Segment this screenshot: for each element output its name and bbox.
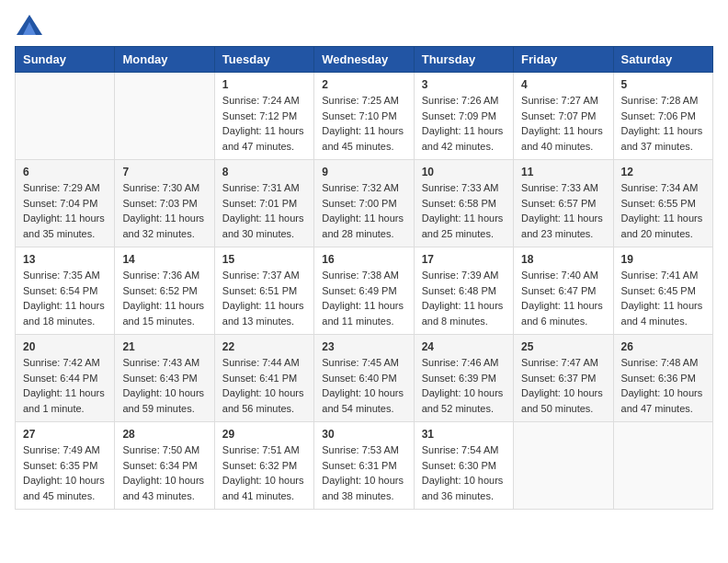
calendar-cell: 10Sunrise: 7:33 AM Sunset: 6:58 PM Dayli…	[414, 160, 513, 247]
calendar-cell: 28Sunrise: 7:50 AM Sunset: 6:34 PM Dayli…	[115, 422, 214, 510]
day-info: Sunrise: 7:40 AM Sunset: 6:47 PM Dayligh…	[521, 268, 605, 328]
day-info: Sunrise: 7:41 AM Sunset: 6:45 PM Dayligh…	[621, 268, 705, 328]
calendar-cell: 6Sunrise: 7:29 AM Sunset: 7:04 PM Daylig…	[16, 160, 115, 247]
weekday-header-tuesday: Tuesday	[214, 47, 313, 73]
calendar-cell: 9Sunrise: 7:32 AM Sunset: 7:00 PM Daylig…	[314, 160, 414, 247]
calendar-cell: 3Sunrise: 7:26 AM Sunset: 7:09 PM Daylig…	[414, 73, 513, 160]
day-number: 24	[422, 340, 506, 353]
calendar-cell: 30Sunrise: 7:53 AM Sunset: 6:31 PM Dayli…	[314, 422, 414, 510]
calendar-header-row: SundayMondayTuesdayWednesdayThursdayFrid…	[16, 47, 713, 73]
day-number: 15	[222, 253, 306, 266]
calendar-cell: 24Sunrise: 7:46 AM Sunset: 6:39 PM Dayli…	[414, 335, 513, 422]
day-info: Sunrise: 7:28 AM Sunset: 7:06 PM Dayligh…	[621, 93, 705, 154]
day-info: Sunrise: 7:27 AM Sunset: 7:07 PM Dayligh…	[521, 93, 605, 154]
calendar-cell: 16Sunrise: 7:38 AM Sunset: 6:49 PM Dayli…	[314, 247, 414, 335]
day-info: Sunrise: 7:43 AM Sunset: 6:43 PM Dayligh…	[122, 355, 206, 416]
page-header	[15, 15, 713, 35]
day-number: 5	[621, 78, 705, 91]
calendar-week-5: 27Sunrise: 7:49 AM Sunset: 6:35 PM Dayli…	[16, 422, 713, 510]
day-info: Sunrise: 7:39 AM Sunset: 6:48 PM Dayligh…	[422, 268, 506, 328]
calendar-cell: 7Sunrise: 7:30 AM Sunset: 7:03 PM Daylig…	[115, 160, 214, 247]
day-info: Sunrise: 7:47 AM Sunset: 6:37 PM Dayligh…	[521, 355, 605, 416]
day-info: Sunrise: 7:48 AM Sunset: 6:36 PM Dayligh…	[621, 355, 705, 416]
calendar-cell: 23Sunrise: 7:45 AM Sunset: 6:40 PM Dayli…	[314, 335, 414, 422]
calendar-cell: 20Sunrise: 7:42 AM Sunset: 6:44 PM Dayli…	[16, 335, 115, 422]
day-info: Sunrise: 7:46 AM Sunset: 6:39 PM Dayligh…	[422, 355, 506, 416]
day-number: 29	[222, 428, 306, 441]
calendar-cell	[613, 422, 712, 510]
calendar-cell: 29Sunrise: 7:51 AM Sunset: 6:32 PM Dayli…	[214, 422, 313, 510]
day-info: Sunrise: 7:44 AM Sunset: 6:41 PM Dayligh…	[222, 355, 306, 416]
day-number: 7	[122, 166, 206, 178]
weekday-header-wednesday: Wednesday	[314, 47, 414, 73]
day-info: Sunrise: 7:45 AM Sunset: 6:40 PM Dayligh…	[322, 355, 405, 416]
calendar-cell: 21Sunrise: 7:43 AM Sunset: 6:43 PM Dayli…	[115, 335, 214, 422]
weekday-header-monday: Monday	[115, 47, 214, 73]
calendar-cell: 17Sunrise: 7:39 AM Sunset: 6:48 PM Dayli…	[414, 247, 513, 335]
day-info: Sunrise: 7:29 AM Sunset: 7:04 PM Dayligh…	[23, 180, 107, 241]
day-number: 26	[621, 340, 705, 353]
calendar-cell: 13Sunrise: 7:35 AM Sunset: 6:54 PM Dayli…	[16, 247, 115, 335]
day-info: Sunrise: 7:31 AM Sunset: 7:01 PM Dayligh…	[222, 180, 306, 241]
day-number: 19	[621, 253, 705, 266]
day-info: Sunrise: 7:51 AM Sunset: 6:32 PM Dayligh…	[222, 442, 306, 503]
calendar-cell	[115, 73, 214, 160]
calendar-cell: 15Sunrise: 7:37 AM Sunset: 6:51 PM Dayli…	[214, 247, 313, 335]
calendar-cell: 26Sunrise: 7:48 AM Sunset: 6:36 PM Dayli…	[613, 335, 712, 422]
day-number: 27	[23, 428, 107, 441]
day-number: 16	[322, 253, 405, 266]
day-info: Sunrise: 7:33 AM Sunset: 6:58 PM Dayligh…	[422, 180, 506, 241]
calendar-cell: 27Sunrise: 7:49 AM Sunset: 6:35 PM Dayli…	[16, 422, 115, 510]
calendar-cell: 31Sunrise: 7:54 AM Sunset: 6:30 PM Dayli…	[414, 422, 513, 510]
day-info: Sunrise: 7:49 AM Sunset: 6:35 PM Dayligh…	[23, 442, 107, 503]
calendar-cell: 5Sunrise: 7:28 AM Sunset: 7:06 PM Daylig…	[613, 73, 712, 160]
day-info: Sunrise: 7:24 AM Sunset: 7:12 PM Dayligh…	[222, 93, 306, 154]
day-info: Sunrise: 7:36 AM Sunset: 6:52 PM Dayligh…	[122, 268, 206, 328]
day-number: 10	[422, 166, 506, 178]
day-info: Sunrise: 7:50 AM Sunset: 6:34 PM Dayligh…	[122, 442, 206, 503]
day-number: 8	[222, 166, 306, 178]
day-number: 20	[23, 340, 107, 353]
calendar-cell	[514, 422, 613, 510]
day-number: 6	[23, 166, 107, 178]
day-number: 14	[122, 253, 206, 266]
calendar-week-2: 6Sunrise: 7:29 AM Sunset: 7:04 PM Daylig…	[16, 160, 713, 247]
calendar-cell: 14Sunrise: 7:36 AM Sunset: 6:52 PM Dayli…	[115, 247, 214, 335]
day-info: Sunrise: 7:37 AM Sunset: 6:51 PM Dayligh…	[222, 268, 306, 328]
day-info: Sunrise: 7:53 AM Sunset: 6:31 PM Dayligh…	[322, 442, 405, 503]
calendar-cell: 22Sunrise: 7:44 AM Sunset: 6:41 PM Dayli…	[214, 335, 313, 422]
day-info: Sunrise: 7:32 AM Sunset: 7:00 PM Dayligh…	[322, 180, 405, 241]
day-number: 18	[521, 253, 605, 266]
calendar-week-1: 1Sunrise: 7:24 AM Sunset: 7:12 PM Daylig…	[16, 73, 713, 160]
weekday-header-friday: Friday	[514, 47, 613, 73]
weekday-header-thursday: Thursday	[414, 47, 513, 73]
logo-icon	[17, 15, 42, 35]
day-info: Sunrise: 7:26 AM Sunset: 7:09 PM Dayligh…	[422, 93, 506, 154]
day-info: Sunrise: 7:25 AM Sunset: 7:10 PM Dayligh…	[322, 93, 405, 154]
day-number: 3	[422, 78, 506, 91]
day-info: Sunrise: 7:34 AM Sunset: 6:55 PM Dayligh…	[621, 180, 705, 241]
day-info: Sunrise: 7:38 AM Sunset: 6:49 PM Dayligh…	[322, 268, 405, 328]
calendar-cell: 4Sunrise: 7:27 AM Sunset: 7:07 PM Daylig…	[514, 73, 613, 160]
day-number: 4	[521, 78, 605, 91]
calendar-cell	[16, 73, 115, 160]
day-number: 1	[222, 78, 306, 91]
calendar-week-3: 13Sunrise: 7:35 AM Sunset: 6:54 PM Dayli…	[16, 247, 713, 335]
day-info: Sunrise: 7:54 AM Sunset: 6:30 PM Dayligh…	[422, 442, 506, 503]
day-number: 30	[322, 428, 405, 441]
day-number: 13	[23, 253, 107, 266]
calendar-cell: 12Sunrise: 7:34 AM Sunset: 6:55 PM Dayli…	[613, 160, 712, 247]
calendar-cell: 8Sunrise: 7:31 AM Sunset: 7:01 PM Daylig…	[214, 160, 313, 247]
logo	[15, 15, 42, 35]
calendar-cell: 1Sunrise: 7:24 AM Sunset: 7:12 PM Daylig…	[214, 73, 313, 160]
day-info: Sunrise: 7:42 AM Sunset: 6:44 PM Dayligh…	[23, 355, 107, 416]
day-number: 31	[422, 428, 506, 441]
weekday-header-sunday: Sunday	[16, 47, 115, 73]
day-number: 23	[322, 340, 405, 353]
day-number: 21	[122, 340, 206, 353]
calendar-cell: 2Sunrise: 7:25 AM Sunset: 7:10 PM Daylig…	[314, 73, 414, 160]
calendar-cell: 25Sunrise: 7:47 AM Sunset: 6:37 PM Dayli…	[514, 335, 613, 422]
calendar-cell: 19Sunrise: 7:41 AM Sunset: 6:45 PM Dayli…	[613, 247, 712, 335]
day-number: 9	[322, 166, 405, 178]
day-info: Sunrise: 7:33 AM Sunset: 6:57 PM Dayligh…	[521, 180, 605, 241]
